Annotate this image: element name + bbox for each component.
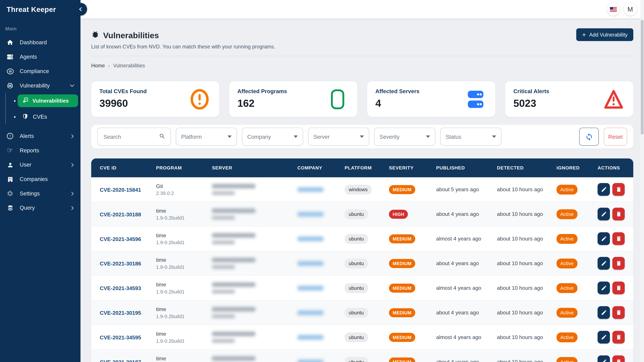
sidebar-item-vulnerabilities[interactable]: Vulnerabilities [18,94,78,107]
edit-button[interactable] [598,257,610,270]
topbar: M [80,0,644,18]
pencil-icon [601,260,607,267]
detected-cell: about 10 hours ago [497,359,556,362]
edit-button[interactable] [598,356,610,362]
published-cell: almost 4 years ago [436,285,497,291]
platform-dropdown[interactable]: Platform [176,128,237,146]
redacted-company-link[interactable] [297,335,324,340]
chevron-left-icon [78,6,83,12]
server-cell-redacted [212,307,297,318]
column-header: ACTIONS [598,165,633,170]
edit-button[interactable] [598,306,610,319]
search-input[interactable] [103,133,159,140]
redacted-server-name [212,258,256,262]
program-name: Git [156,183,212,189]
breadcrumb: Home › Vulnerabilities [91,62,634,68]
scrollbar-thumb[interactable] [641,20,644,135]
language-flag-button[interactable] [607,3,620,15]
server-cell-redacted [212,184,297,195]
edit-button[interactable] [598,282,610,294]
program-name: time [156,355,212,362]
redacted-company-link[interactable] [297,261,324,266]
stat-card-critical-alerts: Critical Alerts 5023 [505,81,633,117]
sidebar-item-query[interactable]: Query [0,201,80,215]
sidebar-item-alerts[interactable]: Alerts [0,129,80,143]
alert-circle-icon [189,88,210,110]
cve-id-link[interactable]: CVE-2021-30187 [100,359,141,362]
pencil-icon [601,186,607,193]
search-field[interactable] [97,128,171,146]
stat-card-affected-programs: Affected Programs 162 [229,81,358,117]
window-scrollbar [640,0,644,362]
published-cell: about 5 years ago [436,186,497,193]
platform-chip: ubuntu [345,234,368,244]
sidebar-item-companies[interactable]: Companies [0,172,80,186]
delete-button[interactable] [612,306,624,319]
program-version: 1.9-0.2build1 [156,289,212,295]
redacted-company-link[interactable] [297,310,324,315]
sidebar-item-compliance[interactable]: Compliance [0,64,80,78]
sidebar-item-user[interactable]: User [0,158,80,172]
program-name: time [156,207,212,214]
delete-button[interactable] [612,257,624,270]
app-title: Threat Keeper [0,0,80,14]
published-cell: about 4 years ago [436,211,497,217]
dropdown-label: Status [446,134,461,140]
delete-button[interactable] [612,282,624,294]
cve-id-link[interactable]: CVE-2021-30186 [100,260,141,267]
cve-id-link[interactable]: CVE-2021-34596 [100,236,141,242]
redacted-server-ip [212,314,235,318]
severity-badge: HIGH [389,210,408,219]
severity-dropdown[interactable]: Severity [374,128,435,146]
cve-id-link[interactable]: CVE-2021-34595 [100,334,141,341]
delete-button[interactable] [612,183,624,196]
edit-button[interactable] [598,331,610,344]
sidebar-item-agents[interactable]: Agents [0,50,80,64]
sync-icon [585,133,593,141]
delete-button[interactable] [612,208,624,220]
sidebar-item-reports[interactable]: ☞ Reports [0,143,80,158]
sidebar-item-dashboard[interactable]: Dashboard [0,35,80,50]
bullet-dot [14,100,16,102]
trash-icon [616,310,622,316]
breadcrumb-home[interactable]: Home [91,62,105,68]
cve-id-link[interactable]: CVE-2021-34593 [100,285,141,291]
search-icon [159,133,166,141]
delete-button[interactable] [612,232,624,245]
sidebar-item-settings[interactable]: Settings [0,186,80,201]
redacted-company-link[interactable] [297,236,324,241]
program-name: time [156,232,212,238]
sidebar-collapse-button[interactable] [74,3,87,15]
sidebar-item-cves[interactable]: CVEs [18,110,52,123]
redacted-company-link[interactable] [297,187,324,192]
edit-button[interactable] [598,232,610,245]
sidebar-item-label: Vulnerabilities [32,98,68,104]
program-version: 1.9-0.2build1 [156,264,212,270]
redacted-server-ip [212,290,235,294]
redacted-server-ip [212,241,235,244]
redacted-company-link[interactable] [297,212,324,216]
bullet-dot [14,116,16,118]
cve-id-link[interactable]: CVE-2020-15841 [100,187,141,193]
server-dropdown[interactable]: Server [308,128,369,146]
vulnerability-submenu: Vulnerabilities CVEs [0,93,80,125]
caret-down-icon [426,135,430,138]
sidebar-item-vulnerability[interactable]: Vulnerability [0,78,80,93]
redacted-company-link[interactable] [297,359,324,362]
refresh-button[interactable] [579,128,599,146]
user-avatar[interactable]: M [624,3,636,15]
redacted-server-name [212,307,256,312]
redacted-company-link[interactable] [297,285,324,290]
reset-button[interactable]: Reset [604,128,627,146]
cve-id-link[interactable]: CVE-2021-30188 [100,211,141,217]
status-dropdown[interactable]: Status [440,128,502,146]
add-vulnerability-button[interactable]: + Add Vulnerability [576,28,634,41]
company-dropdown[interactable]: Company [242,128,303,146]
edit-button[interactable] [598,208,610,220]
delete-button[interactable] [612,331,624,344]
delete-button[interactable] [612,356,624,362]
cve-id-link[interactable]: CVE-2021-30195 [100,310,141,316]
edit-button[interactable] [598,183,610,196]
column-header: PROGRAM [156,165,212,170]
redacted-server-name [212,356,256,361]
